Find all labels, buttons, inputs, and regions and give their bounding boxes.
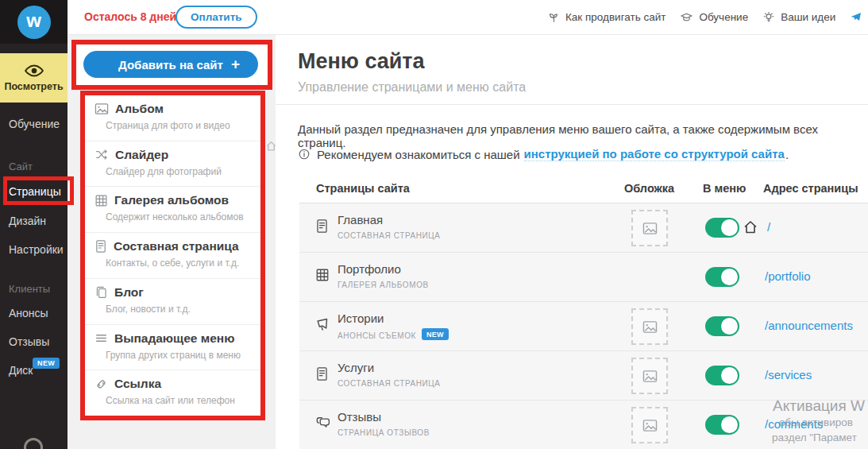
sidebar-item-design[interactable]: Дизайн <box>9 215 46 227</box>
document-icon <box>315 219 329 234</box>
nav-label: Как продвигать сайт <box>565 11 665 23</box>
menu-item-subtitle: Группа других страниц в меню <box>106 350 260 361</box>
menu-item-blog[interactable]: Блог Блог, новости и т.д. <box>85 279 260 325</box>
sidebar-section-clients: Клиенты <box>9 283 50 295</box>
add-to-site-button[interactable]: Добавить на сайт + <box>83 51 258 78</box>
in-menu-toggle[interactable] <box>705 218 739 238</box>
table-row[interactable]: Отзывы СТРАНИЦА ОТЗЫВОВ /comments <box>299 401 868 449</box>
picture-icon <box>95 103 109 115</box>
sidebar-item-learning[interactable]: Обучение <box>9 118 60 130</box>
menu-item-link[interactable]: Ссылка Ссылка на сайт или телефон <box>85 370 260 416</box>
wfolio-admin-app: w Посмотреть Обучение Сайт Страницы Диза… <box>0 0 868 449</box>
nav-item-learning[interactable]: Обучение <box>680 11 748 24</box>
page-type: АНОНСЫ СЪЕМОКNEW <box>338 330 449 342</box>
document-icon <box>95 239 107 254</box>
in-menu-toggle[interactable] <box>705 267 739 287</box>
page-address-link[interactable]: /services <box>765 368 812 381</box>
plus-icon: + <box>231 56 240 73</box>
note-prefix: Рекомендуем ознакомиться с нашей <box>317 148 520 161</box>
menu-item-dropdown-menu[interactable]: Выпадающее меню Группа других страниц в … <box>85 325 260 371</box>
toggle-knob <box>721 318 738 335</box>
page-name[interactable]: Истории <box>338 312 384 325</box>
table-row[interactable]: Главная СОСТАВНАЯ СТРАНИЦА / <box>299 203 868 253</box>
col-address: Адрес страницы <box>763 182 858 195</box>
new-badge: NEW <box>33 358 60 369</box>
document-icon <box>315 366 329 381</box>
page-name[interactable]: Главная <box>338 213 383 226</box>
sidebar-item-disk[interactable]: Диск <box>9 364 33 377</box>
page-subtitle: Управление страницами и меню сайта <box>298 80 526 95</box>
toggle-knob <box>721 367 738 384</box>
topbar: Осталось 8 дней Оплатить Как продвигать … <box>68 0 868 35</box>
sidebar-item-view-site[interactable]: Посмотреть <box>0 53 68 103</box>
page-type: СОСТАВНАЯ СТРАНИЦА <box>338 231 441 240</box>
pay-button[interactable]: Оплатить <box>176 6 257 29</box>
cover-placeholder[interactable] <box>631 407 668 443</box>
new-badge: NEW <box>422 328 449 340</box>
sidebar-item-settings[interactable]: Настройки <box>9 243 64 256</box>
megaphone-icon <box>315 317 330 332</box>
menu-item-subtitle: Содержит несколько альбомов <box>106 211 260 223</box>
in-menu-toggle[interactable] <box>705 316 739 336</box>
in-menu-toggle[interactable] <box>705 415 739 435</box>
menu-item-album-gallery[interactable]: Галерея альбомов Содержит несколько альб… <box>85 187 260 233</box>
divider <box>276 104 868 105</box>
page-name[interactable]: Портфолио <box>338 262 401 276</box>
menu-item-composite-page[interactable]: Составная страница Контакты, о себе, усл… <box>85 233 260 279</box>
nav-label: Ваши идеи <box>781 11 835 23</box>
link-icon <box>95 377 108 391</box>
page-address-link[interactable]: /announcements <box>765 319 853 332</box>
partial-home-icon <box>265 140 277 153</box>
sidebar-item-reviews[interactable]: Отзывы <box>9 335 49 348</box>
table-row[interactable]: Истории АНОНСЫ СЪЕМОКNEW /announcements <box>299 302 868 351</box>
page-title: Меню сайта <box>298 49 425 74</box>
nav-item-promote[interactable]: Как продвигать сайт <box>548 11 665 24</box>
cover-placeholder[interactable] <box>631 308 668 345</box>
table-row[interactable]: Услуги СОСТАВНАЯ СТРАНИЦА /services <box>299 351 868 401</box>
toggle-knob <box>721 416 738 433</box>
nav-item-ideas[interactable]: Ваши идеи <box>762 10 835 24</box>
table-header: Страницы сайта Обложка В меню Адрес стра… <box>299 177 868 203</box>
menu-item-subtitle: Страница для фото и видео <box>106 120 260 131</box>
annotation-box-pages <box>3 176 74 205</box>
sidebar: w Посмотреть Обучение Сайт Страницы Диза… <box>0 0 68 449</box>
page-address-link[interactable]: /portfolio <box>765 269 811 283</box>
lightbulb-icon <box>762 10 775 24</box>
menu-item-slider[interactable]: Слайдер Слайдер для фотографий <box>85 141 260 188</box>
sidebar-section-site: Сайт <box>9 161 33 172</box>
page-type: ГАЛЕРЕЯ АЛЬБОМОВ <box>338 281 429 289</box>
logo-block[interactable]: w <box>0 0 68 44</box>
note-suffix: . <box>785 148 789 161</box>
nav-item-telegram[interactable]: Фо <box>850 11 868 23</box>
nav-label: Обучение <box>699 11 748 23</box>
structure-guide-link[interactable]: инструкцией по работе со структурой сайт… <box>524 147 785 161</box>
table-row[interactable]: Портфолио ГАЛЕРЕЯ АЛЬБОМОВ /portfolio <box>299 253 868 302</box>
cover-placeholder[interactable] <box>631 358 668 394</box>
recommendation-line: Рекомендуем ознакомиться с нашей инструк… <box>298 147 789 161</box>
toggle-knob <box>721 269 738 285</box>
help-bubble-icon[interactable] <box>24 438 43 449</box>
page-name[interactable]: Отзывы <box>338 410 381 424</box>
toggle-knob <box>721 219 738 236</box>
page-address-link[interactable]: /comments <box>765 417 823 431</box>
pages-table: Страницы сайта Обложка В меню Адрес стра… <box>299 177 868 449</box>
menu-lines-icon <box>95 332 108 344</box>
grid-icon <box>315 268 330 282</box>
topbar-nav: Как продвигать сайт Обучение <box>548 0 868 34</box>
eye-icon <box>24 64 44 78</box>
home-icon <box>743 219 758 235</box>
info-icon <box>298 148 311 161</box>
col-in-menu: В меню <box>703 182 746 195</box>
col-cover: Обложка <box>624 182 674 195</box>
seedling-icon <box>548 11 560 24</box>
menu-item-title: Галерея альбомов <box>114 193 229 207</box>
sidebar-item-announces[interactable]: Анонсы <box>9 307 48 319</box>
in-menu-toggle[interactable] <box>705 366 739 385</box>
menu-item-subtitle: Контакты, о себе, услуги и т.д. <box>106 257 260 269</box>
page-name[interactable]: Услуги <box>338 361 374 374</box>
cover-placeholder[interactable] <box>631 210 668 246</box>
menu-item-title: Выпадающее меню <box>114 331 234 346</box>
page-address-link[interactable]: / <box>767 220 770 234</box>
sidebar-item-label: Посмотреть <box>0 81 68 92</box>
menu-item-album[interactable]: Альбом Страница для фото и видео <box>85 95 260 141</box>
